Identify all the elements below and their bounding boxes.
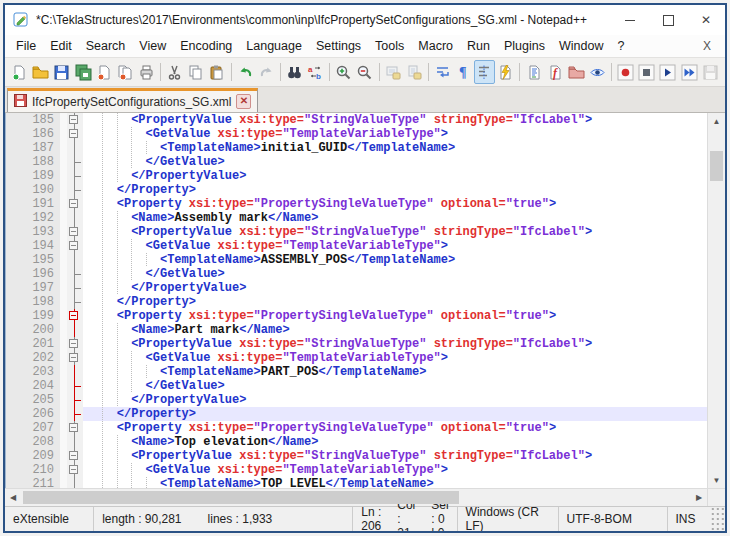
bookmark-margin[interactable] — [60, 295, 67, 309]
code-line[interactable]: 204</GetValue> — [6, 379, 707, 393]
redo-icon[interactable] — [256, 60, 277, 84]
code-text[interactable]: <GetValue xsi:type="TemplateVariableType… — [83, 239, 707, 253]
code-line[interactable]: 191<Property xsi:type="PropertySingleVal… — [6, 197, 707, 211]
fold-margin[interactable] — [67, 337, 83, 351]
encoding-status[interactable]: UTF-8-BOM — [559, 507, 668, 531]
fold-margin[interactable] — [67, 267, 83, 281]
sync-scroll-horizontal-icon[interactable] — [404, 60, 425, 84]
code-line[interactable]: 188</GetValue> — [6, 155, 707, 169]
tab-ifcpropertysetconfigurations-sg-xml[interactable]: IfcPropertySetConfigurations_SG.xml ✕ — [7, 88, 258, 112]
bookmark-margin[interactable] — [60, 141, 67, 155]
close-document-x[interactable]: X — [693, 39, 721, 53]
fold-margin[interactable] — [67, 435, 83, 449]
fold-margin[interactable] — [67, 197, 83, 211]
fold-margin[interactable] — [67, 253, 83, 267]
code-line[interactable]: 209<PropertyValue xsi:type="StringValueT… — [6, 449, 707, 463]
code-text[interactable]: <Property xsi:type="PropertySingleValueT… — [83, 309, 707, 323]
horizontal-scroll-track[interactable] — [21, 489, 691, 506]
new-file-icon[interactable] — [9, 60, 30, 84]
bookmark-margin[interactable] — [60, 421, 67, 435]
tab-close-icon[interactable]: ✕ — [236, 94, 251, 109]
menu-item-macro[interactable]: Macro — [411, 35, 460, 57]
code-text[interactable]: <TemplateName>TOP_LEVEL</TemplateName> — [83, 477, 707, 488]
fold-margin[interactable] — [67, 309, 83, 323]
code-text[interactable]: <Name>Part mark</Name> — [83, 323, 707, 337]
code-line[interactable]: 195<TemplateName>ASSEMBLY_POS</TemplateN… — [6, 253, 707, 267]
code-line[interactable]: 199<Property xsi:type="PropertySingleVal… — [6, 309, 707, 323]
code-text[interactable]: <GetValue xsi:type="TemplateVariableType… — [83, 463, 707, 477]
code-line[interactable]: 203<TemplateName>PART_POS</TemplateName> — [6, 365, 707, 379]
menu-item-window[interactable]: Window — [552, 35, 610, 57]
scroll-up-arrow[interactable]: ▲ — [708, 113, 725, 129]
fold-margin[interactable] — [67, 421, 83, 435]
code-text[interactable]: <GetValue xsi:type="TemplateVariableType… — [83, 127, 707, 141]
bookmark-margin[interactable] — [60, 477, 67, 488]
macro-record-icon[interactable] — [615, 60, 636, 84]
bookmark-margin[interactable] — [60, 449, 67, 463]
code-line[interactable]: 201<PropertyValue xsi:type="StringValueT… — [6, 337, 707, 351]
menu-item-language[interactable]: Language — [239, 35, 309, 57]
fold-margin[interactable] — [67, 281, 83, 295]
code-line[interactable]: 190</Property> — [6, 183, 707, 197]
maximize-button[interactable] — [649, 5, 687, 35]
fold-margin[interactable] — [67, 365, 83, 379]
code-line[interactable]: 197</PropertyValue> — [6, 281, 707, 295]
code-text[interactable]: <Name>Assembly mark</Name> — [83, 211, 707, 225]
fold-margin[interactable] — [67, 169, 83, 183]
code-text[interactable]: <PropertyValue xsi:type="StringValueType… — [83, 449, 707, 463]
undo-icon[interactable] — [235, 60, 256, 84]
bookmark-margin[interactable] — [60, 197, 67, 211]
code-line[interactable]: 208<Name>Top elevation</Name> — [6, 435, 707, 449]
code-text[interactable]: </Property> — [83, 407, 707, 421]
copy-icon[interactable] — [185, 60, 206, 84]
bookmark-margin[interactable] — [60, 435, 67, 449]
horizontal-scrollbar[interactable]: ◀ ▶ — [5, 489, 707, 506]
code-text[interactable]: </PropertyValue> — [83, 393, 707, 407]
document-map-icon[interactable] — [523, 60, 544, 84]
bookmark-margin[interactable] — [60, 323, 67, 337]
fold-margin[interactable] — [67, 477, 83, 488]
user-defined-dialog-icon[interactable] — [495, 60, 516, 84]
scroll-down-arrow[interactable]: ▼ — [708, 472, 725, 488]
code-text[interactable]: </GetValue> — [83, 379, 707, 393]
vertical-scroll-track[interactable] — [708, 129, 725, 472]
code-lines[interactable]: 185<PropertyValue xsi:type="StringValueT… — [6, 113, 707, 488]
close-file-icon[interactable] — [94, 60, 115, 84]
minimize-button[interactable] — [611, 5, 649, 35]
code-text[interactable]: <GetValue xsi:type="TemplateVariableType… — [83, 351, 707, 365]
code-text[interactable]: </Property> — [83, 295, 707, 309]
fold-margin[interactable] — [67, 463, 83, 477]
menu-item-run[interactable]: Run — [460, 35, 497, 57]
code-text[interactable]: <PropertyValue xsi:type="StringValueType… — [83, 337, 707, 351]
code-text[interactable]: <Property xsi:type="PropertySingleValueT… — [83, 421, 707, 435]
fold-margin[interactable] — [67, 239, 83, 253]
show-indent-guide-icon[interactable] — [474, 60, 495, 84]
open-file-icon[interactable] — [30, 60, 51, 84]
menu-item-search[interactable]: Search — [79, 35, 133, 57]
code-line[interactable]: 193<PropertyValue xsi:type="StringValueT… — [6, 225, 707, 239]
bookmark-margin[interactable] — [60, 267, 67, 281]
bookmark-margin[interactable] — [60, 211, 67, 225]
vertical-scrollbar[interactable]: ▲ ▼ — [707, 113, 725, 488]
macro-run-multiple-icon[interactable] — [679, 60, 700, 84]
macro-stop-icon[interactable] — [636, 60, 657, 84]
bookmark-margin[interactable] — [60, 351, 67, 365]
code-line[interactable]: 196</GetValue> — [6, 267, 707, 281]
fold-margin[interactable] — [67, 295, 83, 309]
code-text[interactable]: </Property> — [83, 183, 707, 197]
bookmark-margin[interactable] — [60, 113, 67, 127]
code-line[interactable]: 210<GetValue xsi:type="TemplateVariableT… — [6, 463, 707, 477]
macro-play-icon[interactable] — [657, 60, 678, 84]
zoom-out-icon[interactable] — [354, 60, 375, 84]
code-text[interactable]: </PropertyValue> — [83, 281, 707, 295]
scroll-right-arrow[interactable]: ▶ — [691, 489, 707, 506]
menu-item-edit[interactable]: Edit — [43, 35, 79, 57]
save-file-icon[interactable] — [51, 60, 72, 84]
code-line[interactable]: 187<TemplateName>initial_GUID</TemplateN… — [6, 141, 707, 155]
fold-margin[interactable] — [67, 127, 83, 141]
fold-margin[interactable] — [67, 183, 83, 197]
menu-item-view[interactable]: View — [132, 35, 173, 57]
fold-margin[interactable] — [67, 379, 83, 393]
bookmark-margin[interactable] — [60, 127, 67, 141]
code-line[interactable]: 205</PropertyValue> — [6, 393, 707, 407]
